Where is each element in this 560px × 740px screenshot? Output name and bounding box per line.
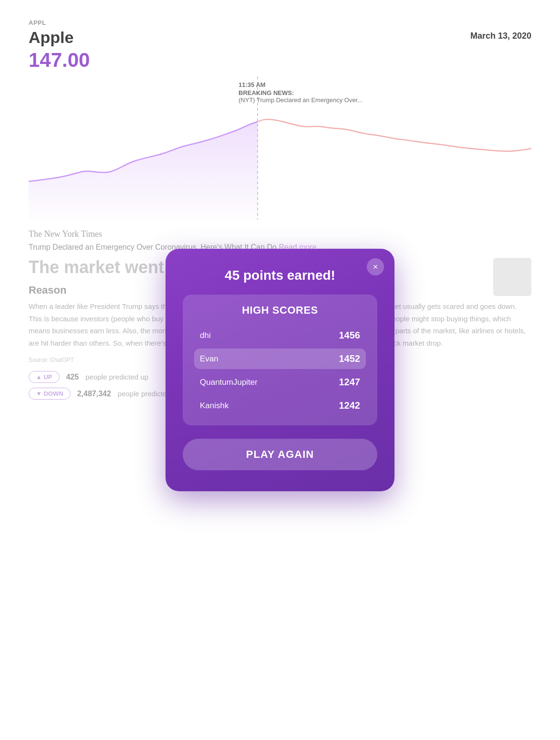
score-row: Kanishk1242 [194, 395, 366, 416]
score-value: 1242 [339, 400, 361, 411]
scores-list: dhi1456Evan1452QuantumJupiter1247Kanishk… [194, 325, 366, 416]
score-modal: × 45 points earned! HIGH SCORES dhi1456E… [166, 249, 394, 491]
score-value: 1247 [339, 377, 361, 388]
score-name: QuantumJupiter [200, 378, 258, 387]
modal-backdrop: × 45 points earned! HIGH SCORES dhi1456E… [0, 0, 560, 740]
play-again-button[interactable]: PLAY AGAIN [183, 439, 377, 470]
high-scores-box: HIGH SCORES dhi1456Evan1452QuantumJupite… [183, 295, 377, 425]
score-row: dhi1456 [194, 325, 366, 346]
score-name: dhi [200, 331, 211, 340]
score-name: Kanishk [200, 401, 228, 411]
score-value: 1452 [339, 353, 361, 364]
high-scores-title: HIGH SCORES [194, 304, 366, 317]
score-row: Evan1452 [194, 349, 366, 369]
close-button[interactable]: × [367, 258, 384, 275]
points-earned: 45 points earned! [183, 268, 377, 283]
score-value: 1456 [339, 330, 361, 341]
score-row: QuantumJupiter1247 [194, 372, 366, 392]
score-name: Evan [200, 354, 218, 364]
